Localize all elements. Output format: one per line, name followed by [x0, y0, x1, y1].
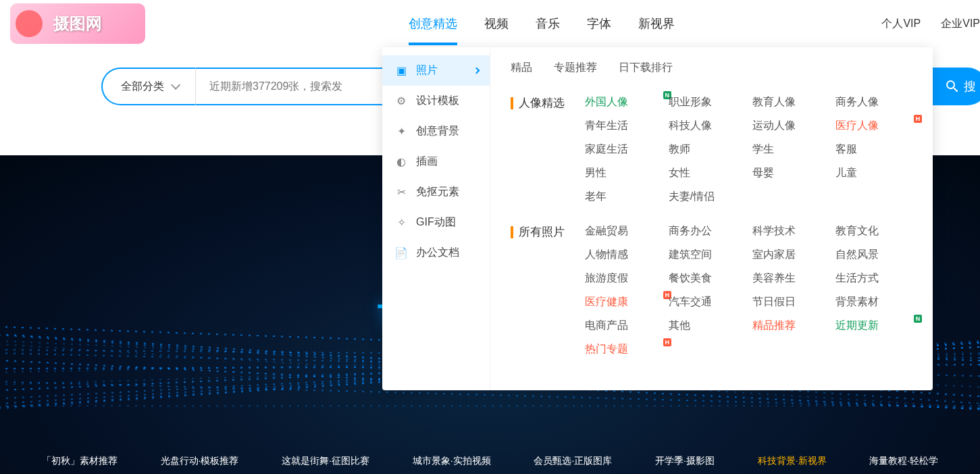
mega-link-1-11[interactable]: 生活方式: [835, 271, 912, 286]
mega-link-1-4[interactable]: 人物情感: [585, 248, 662, 262]
nav-item-2[interactable]: 音乐: [536, 2, 560, 45]
mega-content: 精品专题推荐日下载排行 人像精选外国人像N职业形象教育人像商务人像青年生活科技人…: [490, 47, 933, 390]
mega-link-0-5[interactable]: 科技人像: [669, 119, 746, 133]
mega-link-1-9[interactable]: 餐饮美食: [669, 271, 746, 286]
search-button-label: 搜: [964, 78, 976, 95]
mega-link-1-12[interactable]: 医疗健康H: [585, 295, 662, 309]
chevron-right-icon: [473, 68, 480, 74]
search-button[interactable]: 搜: [933, 68, 980, 105]
mega-link-0-11[interactable]: 客服: [835, 142, 912, 157]
right-nav: 个人VIP企业VIP: [881, 17, 980, 31]
main-nav: 创意精选视频音乐字体新视界: [409, 2, 675, 45]
mega-section-title-1: 所有照片: [511, 224, 585, 357]
category-select[interactable]: 全部分类: [101, 68, 196, 105]
mega-link-0-7[interactable]: 医疗人像H: [835, 119, 912, 133]
nav-item-1[interactable]: 视频: [484, 2, 509, 45]
side-icon-5: ✧: [394, 216, 408, 230]
mega-side-item-1[interactable]: ⚙设计模板: [382, 86, 490, 116]
right-nav-item-1[interactable]: 企业VIP: [941, 17, 980, 31]
nav-item-4[interactable]: 新视界: [638, 2, 675, 45]
mega-menu: ▣照片⚙设计模板✦创意背景◐插画✂免抠元素✧GIF动图📄办公文档 精品专题推荐日…: [382, 47, 933, 390]
mega-link-1-7[interactable]: 自然风景: [835, 248, 912, 262]
chevron-down-icon: [171, 80, 180, 90]
mega-link-0-2[interactable]: 教育人像: [752, 95, 829, 109]
mega-link-1-5[interactable]: 建筑空间: [669, 248, 746, 262]
mega-link-0-0[interactable]: 外国人像N: [585, 95, 662, 109]
mega-side-item-4[interactable]: ✂免抠元素: [382, 177, 490, 207]
mega-side-item-2[interactable]: ✦创意背景: [382, 116, 490, 147]
mega-link-1-17[interactable]: 其他: [669, 319, 746, 333]
bottom-link-7[interactable]: 海量教程·轻松学: [869, 455, 938, 467]
mega-sidebar: ▣照片⚙设计模板✦创意背景◐插画✂免抠元素✧GIF动图📄办公文档: [382, 47, 490, 390]
mega-top-tab-2[interactable]: 日下载排行: [619, 61, 673, 75]
nav-item-0[interactable]: 创意精选: [409, 2, 457, 45]
mega-link-1-19[interactable]: 近期更新N: [835, 319, 912, 333]
mega-link-1-20[interactable]: 热门专题H: [585, 342, 662, 357]
nav-item-3[interactable]: 字体: [587, 2, 611, 45]
mega-link-1-3[interactable]: 教育文化: [835, 224, 912, 238]
mega-link-0-3[interactable]: 商务人像: [835, 95, 912, 109]
mega-link-0-14[interactable]: 母婴: [752, 166, 829, 180]
side-icon-1: ⚙: [394, 95, 408, 108]
search-icon: [944, 78, 960, 95]
mega-link-0-13[interactable]: 女性: [669, 166, 746, 180]
badge-h: H: [663, 338, 671, 346]
logo-text: 摄图网: [53, 13, 102, 34]
mega-section-title-0: 人像精选: [511, 95, 585, 204]
mega-link-0-10[interactable]: 学生: [752, 142, 829, 157]
bottom-links: 「初秋」素材推荐光盘行动·模板推荐这就是街舞·征图比赛城市景象·实拍视频会员甄选…: [0, 455, 980, 467]
mega-top-tab-0[interactable]: 精品: [511, 61, 532, 75]
site-logo[interactable]: 摄图网: [10, 3, 145, 44]
side-icon-4: ✂: [394, 186, 408, 199]
bottom-link-0[interactable]: 「初秋」素材推荐: [42, 455, 118, 467]
bottom-link-1[interactable]: 光盘行动·模板推荐: [161, 455, 239, 467]
mega-link-0-16[interactable]: 老年: [585, 190, 662, 204]
bottom-link-4[interactable]: 会员甄选·正版图库: [534, 455, 612, 467]
bottom-link-6[interactable]: 科技背景·新视界: [758, 455, 827, 467]
badge-h: H: [914, 115, 922, 123]
mega-link-1-10[interactable]: 美容养生: [752, 271, 829, 286]
bottom-link-2[interactable]: 这就是街舞·征图比赛: [282, 455, 369, 467]
bottom-link-3[interactable]: 城市景象·实拍视频: [413, 455, 491, 467]
mega-link-1-18[interactable]: 精品推荐: [752, 319, 829, 333]
mega-link-0-4[interactable]: 青年生活: [585, 119, 662, 133]
mega-link-1-1[interactable]: 商务办公: [669, 224, 746, 238]
mega-link-0-1[interactable]: 职业形象: [669, 95, 746, 109]
mega-link-0-12[interactable]: 男性: [585, 166, 662, 180]
mega-link-1-6[interactable]: 室内家居: [752, 248, 829, 262]
category-select-label: 全部分类: [121, 80, 164, 94]
mega-link-0-8[interactable]: 家庭生活: [585, 142, 662, 157]
mega-top-tabs: 精品专题推荐日下载排行: [511, 61, 912, 75]
mega-link-1-16[interactable]: 电商产品: [585, 319, 662, 333]
right-nav-item-0[interactable]: 个人VIP: [881, 17, 921, 31]
mega-top-tab-1[interactable]: 专题推荐: [554, 61, 597, 75]
mega-link-1-13[interactable]: 汽车交通: [669, 295, 746, 309]
mega-link-0-15[interactable]: 儿童: [835, 166, 912, 180]
mega-link-1-15[interactable]: 背景素材: [835, 295, 912, 309]
bottom-link-5[interactable]: 开学季·摄影图: [655, 455, 715, 467]
mega-side-item-0[interactable]: ▣照片: [382, 55, 490, 86]
mega-link-1-8[interactable]: 旅游度假: [585, 271, 662, 286]
badge-n: N: [914, 315, 922, 323]
side-icon-6: 📄: [394, 246, 408, 260]
mega-link-0-17[interactable]: 夫妻/情侣: [669, 190, 746, 204]
mega-link-1-0[interactable]: 金融贸易: [585, 224, 662, 238]
mega-link-1-14[interactable]: 节日假日: [752, 295, 829, 309]
mega-link-0-6[interactable]: 运动人像: [752, 119, 829, 133]
side-icon-2: ✦: [394, 125, 408, 138]
mega-side-item-5[interactable]: ✧GIF动图: [382, 207, 490, 238]
mega-side-item-3[interactable]: ◐插画: [382, 147, 490, 177]
mega-link-1-2[interactable]: 科学技术: [752, 224, 829, 238]
side-icon-3: ◐: [394, 155, 408, 169]
mega-side-item-6[interactable]: 📄办公文档: [382, 238, 490, 268]
side-icon-0: ▣: [394, 64, 408, 78]
mega-link-0-9[interactable]: 教师: [669, 142, 746, 157]
